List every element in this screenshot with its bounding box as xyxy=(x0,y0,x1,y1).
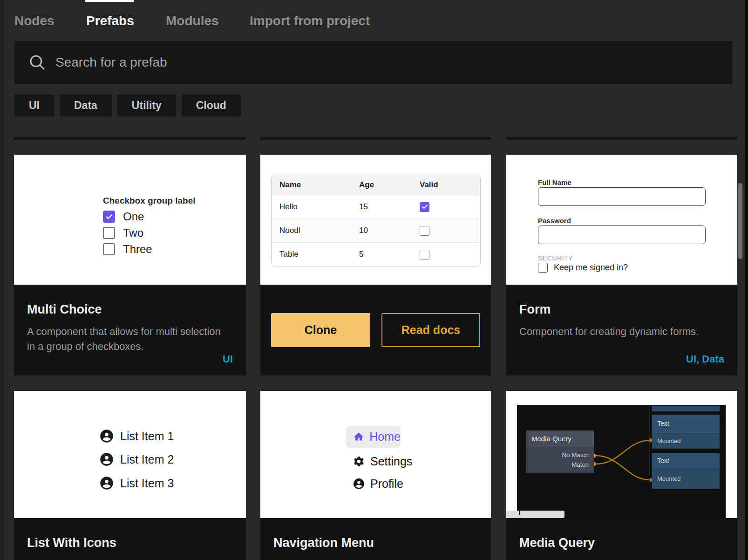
node-graph-screenshot: Media Query No Match Match Text Mounted … xyxy=(517,405,726,518)
filter-chip-cloud[interactable]: Cloud xyxy=(182,95,241,116)
password-label: Password xyxy=(538,217,571,225)
search-icon xyxy=(27,53,47,74)
card-description: Component for creating navigation menus. xyxy=(273,558,474,560)
card-info: List With Icons A simple list with icons… xyxy=(14,518,246,560)
card-title: Multi Choice xyxy=(27,303,233,316)
full-name-label: Full Name xyxy=(538,178,571,186)
checkbox-group-label: Checkbox group label xyxy=(103,196,195,206)
card-hover-actions: Clone Read docs xyxy=(260,285,491,376)
clipped-ui-element xyxy=(506,511,564,518)
checkbox-option-row: Three xyxy=(103,243,152,256)
search-input[interactable]: Search for a prefab xyxy=(14,41,732,84)
nav-item-label: Settings xyxy=(370,455,412,468)
prefab-card-table[interactable]: Name Age Valid Hello 15 Noodl 10 xyxy=(260,155,491,376)
cursor-tick xyxy=(519,511,520,515)
table-header-row: Name Age Valid xyxy=(272,175,480,195)
node-title: Text xyxy=(652,453,720,469)
prefab-card-multi-choice[interactable]: Checkbox group label One Two Three Multi… xyxy=(14,155,246,376)
text-node: Text Mounted xyxy=(652,415,720,449)
scrollbar-thumb[interactable] xyxy=(738,183,742,259)
keep-signed-in-label: Keep me signed in? xyxy=(554,263,628,273)
prefab-card-form[interactable]: Full Name Password SECURITY Keep me sign… xyxy=(506,155,737,376)
card-info: Form Component for creating dynamic form… xyxy=(506,285,737,376)
read-docs-button[interactable]: Read docs xyxy=(381,313,480,347)
tab-modules[interactable]: Modules xyxy=(166,14,219,28)
check-icon xyxy=(105,213,113,221)
checkbox-unchecked xyxy=(538,263,548,273)
list-item: List Item 1 xyxy=(100,429,174,443)
filter-chip-utility[interactable]: Utility xyxy=(117,95,176,116)
cell-name: Noodl xyxy=(272,226,359,235)
clipped-node xyxy=(652,406,720,411)
card-tags: UI, Data xyxy=(686,353,724,365)
person-circle-icon xyxy=(100,476,114,490)
column-header: Valid xyxy=(420,180,480,190)
prefab-card-media-query[interactable]: Media Query No Match Match Text Mounted … xyxy=(506,391,737,560)
media-query-node: Media Query No Match Match xyxy=(526,430,594,473)
card-description: A component that allows for multi select… xyxy=(27,324,227,353)
cell-name: Hello xyxy=(272,202,359,212)
nav-item-settings: Settings xyxy=(353,455,412,468)
cell-age: 10 xyxy=(359,226,420,235)
checkbox-option-row: Two xyxy=(103,226,143,239)
tab-import-from-project[interactable]: Import from project xyxy=(250,14,370,28)
text-node: Text Mounted xyxy=(652,453,720,489)
card-tags: UI xyxy=(223,353,233,365)
home-icon xyxy=(353,431,364,443)
checkbox-checked xyxy=(420,202,429,212)
list-item-label: List Item 3 xyxy=(120,477,174,490)
checkbox-checked xyxy=(103,211,115,223)
person-circle-icon xyxy=(100,429,114,443)
prefab-card-list-with-icons[interactable]: List Item 1 List Item 2 List Item 3 xyxy=(14,391,246,560)
node-title: Media Query xyxy=(526,430,594,447)
media-query-preview: Media Query No Match Match Text Mounted … xyxy=(506,391,737,518)
card-info: Media Query A component for responsive l… xyxy=(506,518,737,560)
nav-item-profile: Profile xyxy=(353,477,403,491)
prefab-card-navigation-menu[interactable]: Home Settings Profile Navigation Menu Co… xyxy=(260,391,491,560)
table-row: Noodl 10 xyxy=(272,219,480,242)
card-description: A simple list with icons and labels. xyxy=(27,558,227,560)
scrolled-card-bottom xyxy=(506,137,737,140)
scrolled-card-bottom xyxy=(14,137,246,140)
nav-menu-preview: Home Settings Profile xyxy=(260,391,491,518)
option-label: Three xyxy=(123,243,152,256)
person-circle-icon xyxy=(353,478,365,490)
filter-chip-ui[interactable]: UI xyxy=(14,95,54,116)
mounted-input: Mounted xyxy=(652,469,720,489)
list-item-label: List Item 1 xyxy=(120,430,174,443)
security-section-label: SECURITY xyxy=(538,254,573,262)
gear-icon xyxy=(353,456,365,467)
filter-chip-data[interactable]: Data xyxy=(60,95,112,116)
tab-prefabs[interactable]: Prefabs xyxy=(86,14,134,28)
keep-signed-in-row: Keep me signed in? xyxy=(538,263,628,273)
cell-age: 15 xyxy=(359,202,420,212)
card-info: Multi Choice A component that allows for… xyxy=(14,285,246,376)
list-item: List Item 2 xyxy=(100,452,174,466)
checkbox-unchecked xyxy=(103,243,115,255)
card-title: Media Query xyxy=(519,536,724,549)
list-item: List Item 3 xyxy=(100,476,174,490)
column-header: Age xyxy=(359,180,420,190)
table-row: Hello 15 xyxy=(272,195,480,219)
card-info: Navigation Menu Component for creating n… xyxy=(260,518,491,560)
card-description: A component for responsive layouts. xyxy=(519,558,720,560)
clone-button[interactable]: Clone xyxy=(271,313,370,347)
person-circle-icon xyxy=(100,452,114,466)
password-input xyxy=(538,225,706,244)
tab-nodes[interactable]: Nodes xyxy=(14,14,54,28)
full-name-input xyxy=(538,187,706,206)
option-label: Two xyxy=(123,226,143,239)
active-tab-underline xyxy=(85,0,134,2)
right-edge-strip xyxy=(745,0,748,560)
filter-chips: UI Data Utility Cloud xyxy=(14,95,241,116)
list-preview: List Item 1 List Item 2 List Item 3 xyxy=(14,391,246,518)
preview-table: Name Age Valid Hello 15 Noodl 10 xyxy=(271,175,481,266)
checkbox-unchecked xyxy=(420,226,429,236)
prefab-browser: Nodes Prefabs Modules Import from projec… xyxy=(0,0,748,560)
checkbox-option-row: One xyxy=(103,210,144,223)
checkbox-unchecked xyxy=(103,227,115,239)
check-icon xyxy=(422,204,428,210)
list-item-label: List Item 2 xyxy=(120,453,174,466)
output-match: Match xyxy=(571,461,589,468)
card-title: List With Icons xyxy=(27,536,233,549)
